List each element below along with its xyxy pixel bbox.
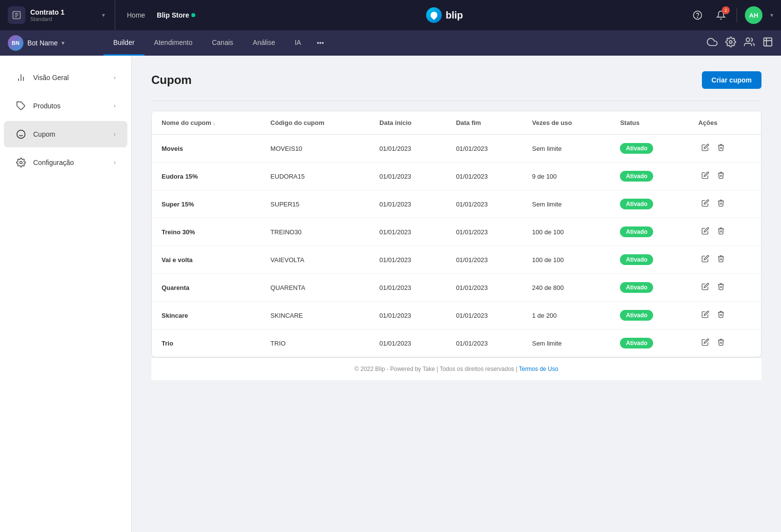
delete-button[interactable] [714, 225, 728, 239]
cell-name: Quarenta [152, 274, 261, 302]
edit-button[interactable] [699, 281, 712, 294]
table-row: Moveis MOVEIS10 01/01/2023 01/01/2023 Se… [152, 135, 761, 163]
cell-start-date: 01/01/2023 [370, 163, 446, 190]
content-divider [151, 101, 761, 101]
secondary-nav-tabs: Builder Atendimento Canais Análise IA ••… [96, 30, 699, 56]
contract-selector[interactable]: Contrato 1 Standard ▾ [8, 0, 115, 30]
bot-selector[interactable]: BN Bot Name ▾ [8, 35, 96, 51]
cell-status: Ativado [610, 274, 688, 302]
status-badge: Ativado [620, 310, 653, 321]
table-row: Vai e volta VAIEVOLTA 01/01/2023 01/01/2… [152, 246, 761, 274]
actions-cell [699, 253, 751, 266]
cell-code: TREINO30 [261, 218, 370, 246]
edit-button[interactable] [699, 225, 712, 239]
content-header: Cupom Criar cupom [151, 71, 761, 89]
cell-end-date: 01/01/2023 [446, 246, 522, 274]
edit-button[interactable] [699, 142, 712, 155]
create-coupon-button[interactable]: Criar cupom [702, 71, 761, 89]
delete-button[interactable] [714, 308, 728, 322]
cell-name: Skincare [152, 302, 261, 329]
cell-start-date: 01/01/2023 [370, 274, 446, 302]
delete-button[interactable] [714, 169, 728, 183]
delete-button[interactable] [714, 336, 728, 350]
col-header-start: Data início [370, 111, 446, 135]
cell-code: EUDORA15 [261, 163, 370, 190]
cell-actions [689, 302, 761, 329]
edit-button[interactable] [699, 197, 712, 211]
svg-point-12 [20, 162, 22, 164]
delete-button[interactable] [714, 142, 728, 155]
cloud-icon[interactable] [707, 37, 718, 50]
cell-end-date: 01/01/2023 [446, 135, 522, 163]
cell-code: MOVEIS10 [261, 135, 370, 163]
notifications-button[interactable]: 2 [713, 7, 729, 23]
main-layout: Visão Geral › Produtos › [0, 56, 781, 532]
cell-actions [689, 218, 761, 246]
tab-analise[interactable]: Análise [243, 30, 285, 56]
settings-icon[interactable] [725, 37, 736, 50]
secondary-navigation: BN Bot Name ▾ Builder Atendimento Canais… [0, 30, 781, 56]
cell-code: QUARENTA [261, 274, 370, 302]
tab-builder[interactable]: Builder [103, 30, 144, 56]
actions-cell [699, 197, 751, 211]
nav-link-blip-store[interactable]: Blip Store [157, 11, 195, 19]
cell-actions [689, 329, 761, 357]
cell-name: Moveis [152, 135, 261, 163]
help-button[interactable] [690, 7, 705, 23]
status-badge: Ativado [620, 226, 653, 237]
nav-link-home[interactable]: Home [127, 11, 145, 19]
svg-point-9 [17, 130, 25, 139]
sidebar-chevron-produtos: › [114, 102, 116, 109]
user-dropdown-arrow[interactable]: ▾ [770, 12, 773, 19]
sidebar-item-visao-geral[interactable]: Visão Geral › [4, 64, 127, 91]
sidebar-item-configuracao[interactable]: Configuração › [4, 149, 127, 176]
contract-dropdown-arrow[interactable]: ▾ [102, 12, 105, 19]
team-icon[interactable] [744, 37, 755, 50]
delete-button[interactable] [714, 197, 728, 211]
edit-button[interactable] [699, 308, 712, 322]
cell-end-date: 01/01/2023 [446, 190, 522, 218]
sidebar-label-cupom: Cupom [33, 130, 107, 138]
table-row: Treino 30% TREINO30 01/01/2023 01/01/202… [152, 218, 761, 246]
tab-more[interactable]: ••• [311, 30, 330, 56]
edit-button[interactable] [699, 336, 712, 350]
cell-code: SUPER15 [261, 190, 370, 218]
user-avatar[interactable]: AH [745, 6, 762, 24]
actions-cell [699, 169, 751, 183]
tab-canais[interactable]: Canais [202, 30, 243, 56]
cell-uses: 1 de 200 [522, 302, 610, 329]
bot-dropdown-arrow[interactable]: ▾ [62, 40, 64, 46]
svg-point-3 [729, 41, 732, 43]
lab-icon[interactable] [762, 37, 773, 50]
table-row: Super 15% SUPER15 01/01/2023 01/01/2023 … [152, 190, 761, 218]
cell-actions [689, 190, 761, 218]
sidebar-item-produtos[interactable]: Produtos › [4, 93, 127, 119]
content-area: Cupom Criar cupom Nome do cupom Código d… [132, 56, 781, 532]
col-header-name[interactable]: Nome do cupom [152, 111, 261, 135]
blip-logo-icon [426, 7, 442, 23]
cell-end-date: 01/01/2023 [446, 218, 522, 246]
sidebar-chevron-cupom: › [114, 131, 116, 138]
edit-button[interactable] [699, 253, 712, 266]
status-badge: Ativado [620, 282, 653, 293]
cell-end-date: 01/01/2023 [446, 329, 522, 357]
cell-start-date: 01/01/2023 [370, 246, 446, 274]
footer-terms-link[interactable]: Termos de Uso [519, 366, 558, 372]
notification-badge: 2 [722, 6, 730, 14]
col-header-end: Data fim [446, 111, 522, 135]
cell-start-date: 01/01/2023 [370, 329, 446, 357]
edit-button[interactable] [699, 169, 712, 183]
cell-status: Ativado [610, 135, 688, 163]
table-row: Skincare SKINCARE 01/01/2023 01/01/2023 … [152, 302, 761, 329]
sidebar-item-cupom[interactable]: Cupom › [4, 121, 127, 147]
sidebar-chevron-visao-geral: › [114, 74, 116, 81]
delete-button[interactable] [714, 281, 728, 294]
delete-button[interactable] [714, 253, 728, 266]
tab-ia[interactable]: IA [285, 30, 311, 56]
tab-atendimento[interactable]: Atendimento [144, 30, 203, 56]
cell-status: Ativado [610, 163, 688, 190]
top-nav-right: 2 AH ▾ [682, 6, 773, 24]
contract-icon [8, 6, 25, 24]
table-row: Quarenta QUARENTA 01/01/2023 01/01/2023 … [152, 274, 761, 302]
actions-cell [699, 336, 751, 350]
